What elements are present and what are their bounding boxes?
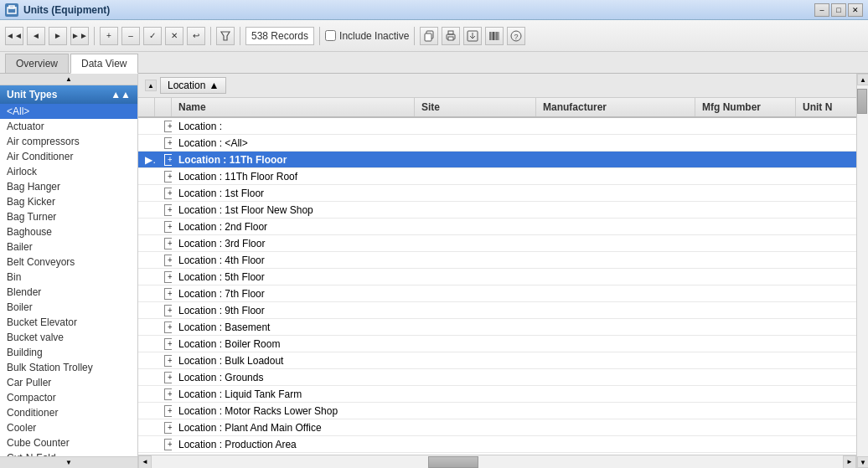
- expand-button[interactable]: +: [164, 439, 172, 450]
- sidebar-item-building[interactable]: Building: [0, 345, 137, 360]
- table-row[interactable]: + Location : Liquid Tank Farm: [138, 386, 856, 403]
- sidebar-item-belt-conveyors[interactable]: Belt Conveyors: [0, 255, 137, 270]
- sidebar-scroll-up[interactable]: ▲: [0, 74, 137, 85]
- v-scroll-track[interactable]: [857, 85, 868, 456]
- table-row[interactable]: + Location : 5th Floor: [138, 269, 856, 285]
- expand-button[interactable]: +: [164, 255, 172, 266]
- table-row[interactable]: + Location : 3rd Floor: [138, 235, 856, 252]
- print-button[interactable]: [442, 27, 460, 45]
- table-row[interactable]: ▶ + Location : 11Th Flooor: [138, 152, 856, 168]
- expand-button[interactable]: +: [164, 171, 172, 183]
- maximize-button[interactable]: □: [831, 3, 846, 17]
- table-row[interactable]: + Location : 9th Floor: [138, 302, 856, 319]
- sidebar-item-cut-n-fold[interactable]: Cut-N-Fold: [0, 450, 137, 456]
- sidebar-item-boiler[interactable]: Boiler: [0, 300, 137, 315]
- expand-button[interactable]: +: [164, 137, 172, 149]
- sidebar-item-air-compressors[interactable]: Air compressors: [0, 134, 137, 149]
- include-inactive-label[interactable]: Include Inactive: [325, 30, 409, 42]
- expand-button[interactable]: +: [164, 321, 172, 333]
- nav-next-button[interactable]: ►: [49, 27, 67, 45]
- nav-first-button[interactable]: ◄◄: [5, 27, 23, 45]
- table-row[interactable]: + Location : 1st Floor New Shop: [138, 202, 856, 219]
- header-mfg-number[interactable]: Mfg Number: [695, 98, 796, 116]
- undo-button[interactable]: ↩: [187, 27, 205, 45]
- add-button[interactable]: +: [100, 27, 118, 45]
- table-row[interactable]: + Location : Plant And Main Office: [138, 419, 856, 436]
- table-row[interactable]: + Location : Basement: [138, 319, 856, 336]
- expand-button[interactable]: +: [164, 121, 172, 132]
- include-inactive-checkbox[interactable]: [325, 30, 336, 41]
- sidebar-item-car-puller[interactable]: Car Puller: [0, 375, 137, 390]
- table-row[interactable]: + Location : 11Th Floor Roof: [138, 168, 856, 185]
- header-manufacturer[interactable]: Manufacturer: [536, 98, 695, 116]
- sidebar-item-bag-turner[interactable]: Bag Turner: [0, 209, 137, 224]
- expand-button[interactable]: +: [164, 305, 172, 316]
- tab-overview[interactable]: Overview: [5, 54, 69, 73]
- sidebar-item-airlock[interactable]: Airlock: [0, 164, 137, 179]
- expand-button[interactable]: +: [164, 221, 172, 233]
- header-site[interactable]: Site: [415, 98, 536, 116]
- sidebar-item-blender[interactable]: Blender: [0, 285, 137, 300]
- nav-prev-button[interactable]: ◄: [27, 27, 45, 45]
- sidebar-item-baghouse[interactable]: Baghouse: [0, 224, 137, 239]
- sidebar-item-bucket-elevator[interactable]: Bucket Elevator: [0, 315, 137, 330]
- table-row[interactable]: + Location : 1st Floor: [138, 185, 856, 202]
- table-row[interactable]: + Location :: [138, 118, 856, 135]
- expand-button[interactable]: +: [164, 422, 172, 434]
- close-button[interactable]: ✕: [848, 3, 863, 17]
- table-row[interactable]: + Location : 7th Floor: [138, 285, 856, 302]
- filter-button[interactable]: [216, 27, 235, 45]
- h-scroll-thumb[interactable]: [428, 456, 478, 468]
- sidebar-item-cube-counter[interactable]: Cube Counter: [0, 435, 137, 450]
- expand-button[interactable]: +: [164, 271, 172, 283]
- table-row[interactable]: + Location : Motor Racks Lower Shop: [138, 403, 856, 419]
- header-name[interactable]: Name: [172, 98, 415, 116]
- expand-button[interactable]: +: [164, 372, 172, 383]
- check-button[interactable]: ✓: [143, 27, 162, 45]
- sidebar-item-all[interactable]: <All>: [0, 104, 137, 119]
- cancel-button[interactable]: ✕: [165, 27, 183, 45]
- expand-button[interactable]: +: [164, 388, 172, 400]
- table-row[interactable]: + Location : Boiler Room: [138, 336, 856, 352]
- expand-button[interactable]: +: [164, 338, 172, 350]
- minimize-button[interactable]: –: [814, 3, 829, 17]
- table-row[interactable]: + Location : <All>: [138, 135, 856, 152]
- table-row[interactable]: + Location : Grounds: [138, 369, 856, 386]
- sidebar-scroll-down[interactable]: ▼: [0, 456, 137, 468]
- filter-scroll-up[interactable]: ▲: [145, 80, 157, 91]
- sidebar-collapse-icon[interactable]: ▲▲: [111, 89, 131, 100]
- sidebar-item-conditioner[interactable]: Conditioner: [0, 405, 137, 420]
- sidebar-item-bailer[interactable]: Bailer: [0, 239, 137, 255]
- table-row[interactable]: + Location : 4th Floor: [138, 252, 856, 269]
- barcode-button[interactable]: [485, 27, 504, 45]
- sidebar-item-bag-hanger[interactable]: Bag Hanger: [0, 179, 137, 194]
- nav-last-button[interactable]: ►►: [70, 27, 89, 45]
- scroll-down-button[interactable]: ▼: [857, 456, 868, 468]
- h-scroll-track[interactable]: [152, 455, 843, 469]
- scroll-right-button[interactable]: ►: [843, 455, 856, 469]
- expand-button[interactable]: +: [164, 355, 172, 367]
- sidebar-item-compactor[interactable]: Compactor: [0, 390, 137, 405]
- expand-button[interactable]: +: [164, 238, 172, 249]
- location-filter-button[interactable]: Location ▲: [160, 77, 226, 94]
- expand-button[interactable]: +: [164, 288, 172, 300]
- sidebar-item-bucket-valve[interactable]: Bucket valve: [0, 330, 137, 345]
- expand-button[interactable]: +: [164, 405, 172, 417]
- v-scroll-thumb[interactable]: [857, 89, 867, 114]
- copy-button[interactable]: [420, 27, 438, 45]
- help-button[interactable]: ?: [507, 27, 525, 45]
- sidebar-item-bag-kicker[interactable]: Bag Kicker: [0, 194, 137, 209]
- sidebar-item-cooler[interactable]: Cooler: [0, 420, 137, 435]
- sidebar-item-bulk-station[interactable]: Bulk Station Trolley: [0, 360, 137, 375]
- export-button[interactable]: [463, 27, 482, 45]
- sidebar-item-bin[interactable]: Bin: [0, 270, 137, 285]
- expand-button[interactable]: +: [164, 188, 172, 199]
- expand-button[interactable]: +: [164, 154, 172, 166]
- table-row[interactable]: + Location : 2nd Floor: [138, 219, 856, 235]
- sidebar-item-actuator[interactable]: Actuator: [0, 119, 137, 134]
- table-row[interactable]: + Location : Production Area: [138, 436, 856, 453]
- expand-button[interactable]: +: [164, 204, 172, 216]
- sidebar-item-air-conditioner[interactable]: Air Conditioner: [0, 149, 137, 164]
- table-row[interactable]: + Location : Bulk Loadout: [138, 352, 856, 369]
- scroll-up-button[interactable]: ▲: [857, 74, 868, 85]
